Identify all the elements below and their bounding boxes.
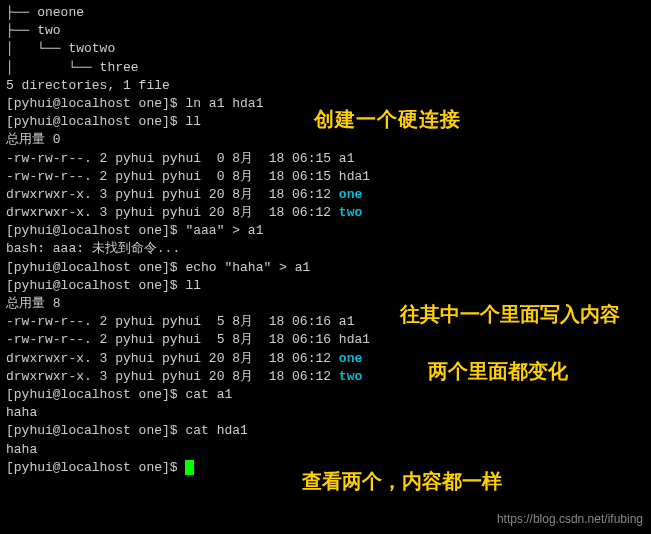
command-text: ll	[185, 278, 201, 293]
command-text: "aaa" > a1	[185, 223, 263, 238]
prompt: [pyhui@localhost one]$	[6, 423, 185, 438]
ls-entry: drwxrwxr-x. 3 pyhui pyhui 20 8月 18 06:12…	[6, 204, 645, 222]
prompt: [pyhui@localhost one]$	[6, 96, 185, 111]
command-line: [pyhui@localhost one]$ cat a1	[6, 386, 645, 404]
dir-name: one	[339, 351, 362, 366]
tree-line: ├── oneone	[6, 4, 645, 22]
tree-line: │ └── three	[6, 59, 645, 77]
tree-line: │ └── twotwo	[6, 40, 645, 58]
output-line: haha	[6, 441, 645, 459]
command-text: cat hda1	[185, 423, 247, 438]
command-text: ll	[185, 114, 201, 129]
output-line: haha	[6, 404, 645, 422]
dir-name: one	[339, 187, 362, 202]
ls-entry: drwxrwxr-x. 3 pyhui pyhui 20 8月 18 06:12…	[6, 186, 645, 204]
ls-entry: -rw-rw-r--. 2 pyhui pyhui 0 8月 18 06:15 …	[6, 150, 645, 168]
annotation-text: 创建一个硬连接	[314, 105, 461, 133]
bash-error: bash: aaa: 未找到命令...	[6, 240, 645, 258]
tree-summary: 5 directories, 1 file	[6, 77, 645, 95]
total-line: 总用量 0	[6, 131, 645, 149]
annotation-text: 查看两个，内容都一样	[302, 467, 502, 495]
annotation-text: 往其中一个里面写入内容	[400, 300, 620, 328]
watermark-text: https://blog.csdn.net/ifubing	[497, 511, 643, 528]
prompt: [pyhui@localhost one]$	[6, 387, 185, 402]
dir-name: two	[339, 205, 362, 220]
prompt: [pyhui@localhost one]$	[6, 223, 185, 238]
prompt: [pyhui@localhost one]$	[6, 278, 185, 293]
command-line: [pyhui@localhost one]$ echo "haha" > a1	[6, 259, 645, 277]
dir-name: two	[339, 369, 362, 384]
prompt: [pyhui@localhost one]$	[6, 460, 185, 475]
command-line: [pyhui@localhost one]$ "aaa" > a1	[6, 222, 645, 240]
ls-entry: -rw-rw-r--. 2 pyhui pyhui 0 8月 18 06:15 …	[6, 168, 645, 186]
cursor-icon	[185, 460, 194, 475]
ls-entry: -rw-rw-r--. 2 pyhui pyhui 5 8月 18 06:16 …	[6, 331, 645, 349]
annotation-text: 两个里面都变化	[428, 357, 568, 385]
command-text: echo "haha" > a1	[185, 260, 310, 275]
command-text: ln a1 hda1	[185, 96, 263, 111]
command-line: [pyhui@localhost one]$ cat hda1	[6, 422, 645, 440]
command-line: [pyhui@localhost one]$ ll	[6, 277, 645, 295]
command-text: cat a1	[185, 387, 232, 402]
tree-line: ├── two	[6, 22, 645, 40]
prompt: [pyhui@localhost one]$	[6, 260, 185, 275]
prompt: [pyhui@localhost one]$	[6, 114, 185, 129]
